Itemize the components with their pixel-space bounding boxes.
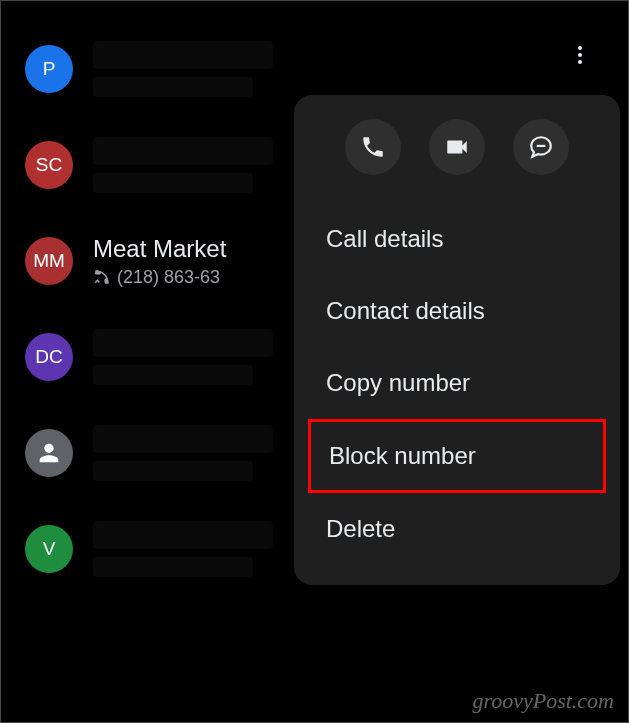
context-menu: Call details Contact details Copy number… <box>294 95 620 585</box>
call-detail-redacted <box>93 365 253 385</box>
contact-avatar: MM <box>25 237 73 285</box>
contact-name-redacted <box>93 329 273 357</box>
svg-point-0 <box>578 46 582 50</box>
message-action-button[interactable] <box>513 119 569 175</box>
contact-name-redacted <box>93 425 273 453</box>
call-detail-redacted <box>93 173 253 193</box>
menu-item-delete[interactable]: Delete <box>294 493 620 565</box>
menu-item-contact-details[interactable]: Contact details <box>294 275 620 347</box>
contact-avatar: V <box>25 525 73 573</box>
message-icon <box>528 134 554 160</box>
menu-item-block-number[interactable]: Block number <box>308 419 606 493</box>
contact-avatar: P <box>25 45 73 93</box>
call-detail-redacted <box>93 557 253 577</box>
watermark: groovyPost.com <box>472 688 614 714</box>
phone-icon <box>360 134 386 160</box>
phone-number: (218) 863-63 <box>117 267 220 288</box>
call-detail-redacted <box>93 77 253 97</box>
video-action-button[interactable] <box>429 119 485 175</box>
more-vertical-icon <box>568 43 592 67</box>
menu-item-copy-number[interactable]: Copy number <box>294 347 620 419</box>
call-detail-redacted <box>93 461 253 481</box>
svg-point-1 <box>578 53 582 57</box>
contact-name-redacted <box>93 41 273 69</box>
contact-avatar: SC <box>25 141 73 189</box>
call-info <box>93 41 604 97</box>
call-action-button[interactable] <box>345 119 401 175</box>
contact-name-redacted <box>93 521 273 549</box>
contact-avatar: DC <box>25 333 73 381</box>
more-options-button[interactable] <box>560 35 600 75</box>
svg-point-2 <box>578 60 582 64</box>
menu-item-call-details[interactable]: Call details <box>294 203 620 275</box>
quick-actions-row <box>294 119 620 203</box>
contact-name-redacted <box>93 137 273 165</box>
person-icon <box>35 439 63 467</box>
contact-avatar <box>25 429 73 477</box>
video-icon <box>444 134 470 160</box>
outgoing-call-icon <box>93 268 111 286</box>
